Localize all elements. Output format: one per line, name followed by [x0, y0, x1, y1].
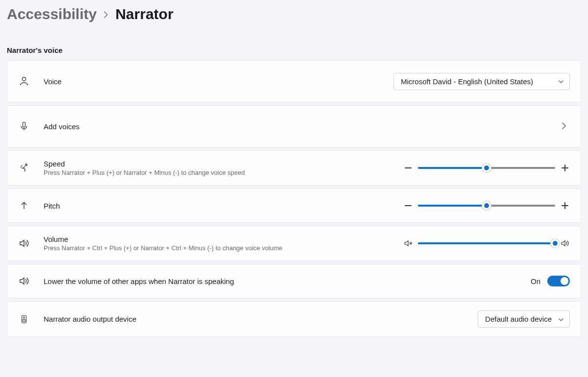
row-voice: Voice Microsoft David - English (United … [7, 60, 581, 102]
row-add-voices[interactable]: Add voices [7, 105, 581, 147]
output-device-label: Narrator audio output device [44, 315, 478, 323]
speaker-device-icon [18, 313, 30, 325]
speed-desc: Press Narrator + Plus (+) or Narrator + … [44, 169, 403, 176]
row-pitch: Pitch [7, 188, 581, 223]
volume-desc: Press Narrator + Ctrl + Plus (+) or Narr… [44, 244, 403, 252]
svg-marker-15 [562, 241, 565, 246]
pitch-label: Pitch [44, 202, 403, 210]
svg-marker-11 [20, 240, 24, 247]
volume-icon [18, 237, 30, 249]
voice-label: Voice [44, 77, 393, 86]
microphone-icon [18, 120, 30, 132]
volume-max-button[interactable] [560, 238, 570, 248]
output-device-dropdown[interactable]: Default audio device [478, 310, 570, 328]
svg-point-3 [25, 164, 27, 166]
running-icon [18, 162, 30, 174]
row-volume: Volume Press Narrator + Ctrl + Plus (+) … [7, 226, 581, 261]
voice-dropdown-value: Microsoft David - English (United States… [401, 77, 533, 86]
arrow-up-icon [18, 200, 30, 212]
chevron-right-icon [558, 120, 570, 133]
lower-other-state-label: On [531, 277, 540, 285]
chevron-right-icon [103, 9, 108, 21]
toggle-knob [561, 277, 568, 285]
volume-icon [18, 275, 30, 287]
svg-marker-12 [405, 241, 408, 246]
person-icon [18, 75, 30, 87]
chevron-down-icon [559, 316, 564, 322]
speed-slider-group [403, 163, 570, 173]
row-output-device: Narrator audio output device Default aud… [7, 301, 581, 337]
volume-slider[interactable] [418, 242, 555, 244]
pitch-slider[interactable] [418, 205, 555, 207]
breadcrumb: Accessibility Narrator [7, 6, 581, 23]
section-heading-narrators-voice: Narrator's voice [7, 46, 581, 54]
page-title: Narrator [115, 6, 173, 23]
lower-other-label: Lower the volume of other apps when Narr… [44, 277, 531, 285]
pitch-decrease-button[interactable] [403, 201, 413, 211]
lower-other-toggle[interactable] [547, 276, 570, 286]
output-device-value: Default audio device [485, 315, 552, 323]
speed-slider[interactable] [418, 167, 555, 169]
row-lower-other-apps: Lower the volume of other apps when Narr… [7, 264, 581, 298]
volume-label: Volume [44, 235, 403, 243]
pitch-increase-button[interactable] [560, 201, 570, 211]
breadcrumb-parent[interactable]: Accessibility [7, 6, 97, 23]
chevron-down-icon [559, 78, 564, 84]
volume-slider-group [403, 238, 570, 248]
add-voices-label: Add voices [44, 122, 558, 131]
svg-point-19 [23, 319, 25, 321]
speed-decrease-button[interactable] [403, 163, 413, 173]
svg-marker-16 [20, 278, 24, 284]
pitch-slider-group [403, 201, 570, 211]
volume-mute-button[interactable] [403, 238, 413, 248]
speed-label: Speed [44, 160, 403, 168]
svg-rect-1 [23, 122, 25, 127]
svg-point-18 [24, 317, 24, 318]
voice-dropdown[interactable]: Microsoft David - English (United States… [393, 73, 570, 90]
speed-increase-button[interactable] [560, 163, 570, 173]
row-speed: Speed Press Narrator + Plus (+) or Narra… [7, 150, 581, 186]
svg-point-0 [22, 77, 25, 81]
